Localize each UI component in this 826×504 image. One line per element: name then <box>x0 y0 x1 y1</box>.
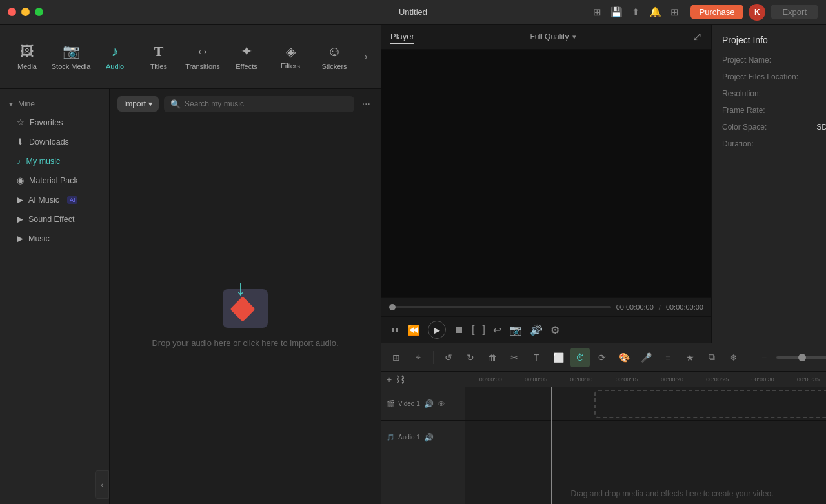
sidebar-label-my-music: My music <box>26 157 61 166</box>
mark-in-button[interactable]: [ <box>472 324 474 336</box>
video-drop-zone[interactable]: + <box>594 390 826 418</box>
freeze-button[interactable]: ❄ <box>724 348 743 367</box>
toolbar-item-media[interactable]: 🖼 Media <box>5 31 49 83</box>
import-button[interactable]: Import ▾ <box>117 96 159 112</box>
purchase-button[interactable]: Purchase <box>690 5 744 19</box>
add-track-icon[interactable]: + <box>387 374 392 385</box>
crop-button[interactable]: ⬜ <box>549 348 568 367</box>
toolbar-item-stickers[interactable]: ☺ Stickers <box>312 31 356 83</box>
playhead[interactable] <box>547 387 557 504</box>
loop-button[interactable]: ↩ <box>493 324 501 336</box>
redo-button[interactable]: ↻ <box>461 348 480 367</box>
expand-icon[interactable]: ⤢ <box>692 30 702 44</box>
settings-button[interactable]: ⚙ <box>550 324 559 336</box>
cut-button[interactable]: ✂ <box>505 348 524 367</box>
link-icon[interactable]: ⛓ <box>396 374 405 385</box>
info-label-duration: Duration: <box>722 139 780 148</box>
info-row-location: Project Files Location: / <box>722 72 826 81</box>
sidebar-item-downloads[interactable]: ⬇ Downloads <box>3 132 106 151</box>
sidebar-label-downloads: Downloads <box>29 137 69 146</box>
audio-1-label: Audio 1 <box>398 434 420 441</box>
export-button[interactable]: Export <box>771 5 818 19</box>
ruler-mark-2: 00:00:10 <box>559 376 604 383</box>
sidebar-item-sound-effect[interactable]: ▶ Sound Effect <box>3 210 106 228</box>
audio-track-mute-icon[interactable]: 🔊 <box>424 433 434 442</box>
stock-media-icon: 📷 <box>63 43 80 60</box>
color-button[interactable]: 🎨 <box>614 348 634 367</box>
sound-effect-expand-icon: ▶ <box>17 214 23 224</box>
toolbar-more-button[interactable]: › <box>356 47 376 66</box>
video-track-lock-icon[interactable]: 👁 <box>438 399 445 408</box>
undo-button[interactable]: ↺ <box>439 348 458 367</box>
layout-icon[interactable]: ⊞ <box>593 6 601 18</box>
ruler-mark-1: 00:00:05 <box>513 376 558 383</box>
mark-out-button[interactable]: ] <box>482 324 485 336</box>
sidebar-item-favorites[interactable]: ☆ Favorites <box>3 113 106 132</box>
sidebar-section-mine[interactable]: ▼ Mine <box>0 96 109 112</box>
material-pack-icon: ◉ <box>17 176 24 185</box>
preview-canvas <box>381 50 711 297</box>
video-1-label: Video 1 <box>398 400 420 407</box>
caption-button[interactable]: ≡ <box>658 348 678 367</box>
bell-icon[interactable]: 🔔 <box>649 6 661 18</box>
play-button[interactable]: ▶ <box>428 321 446 339</box>
preview-area: Player Full Quality ▾ ⤢ 00:00:00:00 / 0 <box>381 25 711 343</box>
avatar[interactable]: K <box>749 4 765 21</box>
sidebar-item-material-pack[interactable]: ◉ Material Pack <box>3 171 106 190</box>
sidebar-collapse-button[interactable]: ‹ <box>95 470 109 499</box>
search-box: 🔍 <box>164 96 354 112</box>
sidebar-label-ai-music: AI Music <box>28 196 59 205</box>
copy-button[interactable]: ⧉ <box>702 348 721 367</box>
sidebar-item-ai-music[interactable]: ▶ AI Music AI <box>3 190 106 209</box>
voice-button[interactable]: 🎤 <box>636 348 656 367</box>
step-back-button[interactable]: ⏪ <box>407 324 420 336</box>
transform-button[interactable]: ⟳ <box>592 348 612 367</box>
ruler-mark-6: 00:00:30 <box>740 376 785 383</box>
zoom-out-button[interactable]: − <box>754 348 774 367</box>
playhead-line <box>551 387 552 504</box>
ruler-mark-7: 00:00:35 <box>785 376 826 383</box>
text-button[interactable]: T <box>527 348 546 367</box>
stop-button[interactable]: ⏹ <box>454 324 464 336</box>
skip-back-button[interactable]: ⏮ <box>389 324 399 336</box>
progress-bar[interactable] <box>389 306 611 308</box>
save-icon[interactable]: 💾 <box>610 6 623 18</box>
info-label-framerate: Frame Rate: <box>722 106 780 115</box>
quality-chevron-icon[interactable]: ▾ <box>572 33 576 41</box>
search-input[interactable] <box>185 99 348 108</box>
sticker-button[interactable]: ★ <box>680 348 700 367</box>
toolbar-label-filters: Filters <box>281 62 300 70</box>
zoom-slider[interactable] <box>776 356 826 359</box>
speed-button[interactable]: ⏱ <box>570 348 590 367</box>
drop-area[interactable]: ↓ Drop your audio here or click here to … <box>110 119 381 504</box>
grid-icon[interactable]: ⊞ <box>670 6 679 18</box>
toolbar-item-audio[interactable]: ♪ Audio <box>93 31 137 83</box>
tab-player[interactable]: Player <box>390 30 414 44</box>
track-label-audio: 🎵 Audio 1 🔊 <box>381 421 465 454</box>
media-icon: 🖼 <box>20 43 34 60</box>
timeline-magnet-button[interactable]: ⌖ <box>408 348 428 367</box>
toolbar-item-effects[interactable]: ✦ Effects <box>225 31 268 83</box>
toolbar-item-filters[interactable]: ◈ Filters <box>268 31 312 83</box>
close-button[interactable] <box>8 8 16 16</box>
timeline-layout-button[interactable]: ⊞ <box>387 348 406 367</box>
toolbar-item-transitions[interactable]: ↔ Transitions <box>181 31 225 83</box>
fullscreen-button[interactable] <box>35 8 43 16</box>
sidebar-item-my-music[interactable]: ♪ My music <box>3 152 106 170</box>
audio-track-icon: 🎵 <box>387 434 394 441</box>
sidebar-item-music[interactable]: ▶ Music <box>3 229 106 248</box>
audio-panel: ▼ Mine ☆ Favorites ⬇ Downloads ♪ My musi… <box>0 89 381 504</box>
video-track-audio-icon[interactable]: 🔊 <box>424 399 434 408</box>
info-row-colorspace: Color Space: SDR - Rec.709 <box>722 123 826 132</box>
more-options-button[interactable]: ··· <box>359 96 373 112</box>
upload-icon[interactable]: ⬆ <box>632 6 640 18</box>
info-row-name: Project Name: Untitled <box>722 55 826 65</box>
audio-toolbar: Import ▾ 🔍 ··· <box>110 89 381 119</box>
toolbar-item-stock-media[interactable]: 📷 Stock Media <box>49 31 93 83</box>
delete-button[interactable]: 🗑 <box>483 348 502 367</box>
volume-button[interactable]: 🔊 <box>530 324 543 336</box>
snapshot-button[interactable]: 📷 <box>509 324 522 336</box>
timeline-labels: + ⛓ 🎬 Video 1 🔊 👁 🎵 Audio 1 <box>381 372 465 504</box>
minimize-button[interactable] <box>21 8 30 16</box>
toolbar-item-titles[interactable]: T Titles <box>137 31 181 83</box>
